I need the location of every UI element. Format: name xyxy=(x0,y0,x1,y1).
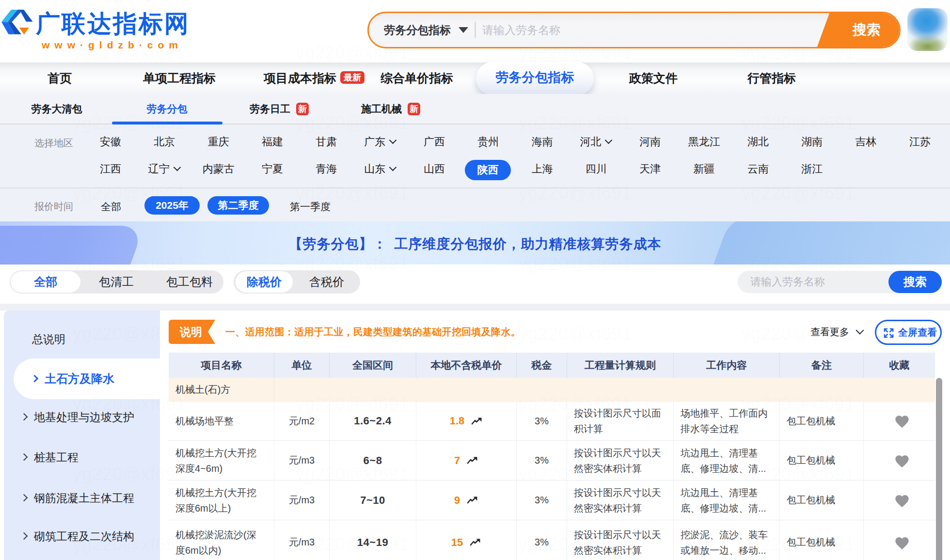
svg-text:说明: 说明 xyxy=(179,326,202,338)
